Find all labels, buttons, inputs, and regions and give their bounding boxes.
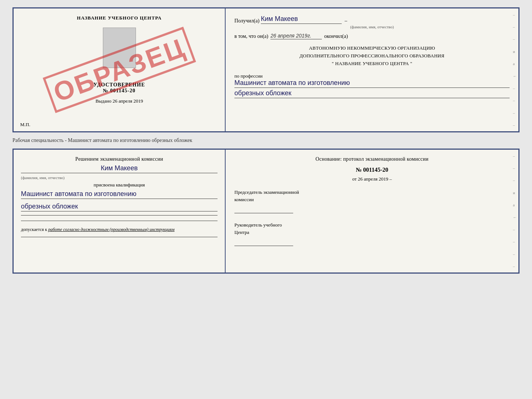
dopuskaetsya-prefix: допускается к [21,227,47,232]
resheniem-text: Решением экзаменационной комиссии [21,156,218,162]
blank-line-3 [21,237,218,237]
ot-date-value: 26 апреля 2019 [358,176,388,182]
vtom-prefix: в том, что он(а) [234,33,268,39]
profession-line1: Машинист автомата по изготовлению [234,79,510,88]
po-professii-label: по профессии [234,73,510,79]
right-sidebar-marks2: – – – и а ← – – – – [513,150,517,272]
poluchil-section: Получил(а) Ким Макеев – (фамилия, имя, о… [234,15,510,29]
ot-prefix: от [352,176,357,182]
right-sidebar-marks: – – – и а ← – – – – [513,8,517,131]
rukovoditel-block: Руководитель учебного Центра [234,221,510,246]
cert-right-panel: Получил(а) Ким Макеев – (фамилия, имя, о… [226,8,518,131]
dopuskaetsya-text: работе согласно должностным (производств… [48,227,175,232]
vtom-row: в том, что он(а) 26 апреля 2019г. окончи… [234,33,510,39]
poluchil-prefix: Получил(а) [234,18,259,24]
org-line1: АВТОНОМНУЮ НЕКОММЕРЧЕСКУЮ ОРГАНИЗАЦИЮ [234,44,510,52]
kvalif-line1: Машинист автомата по изготовлению [21,190,218,199]
exam-right-panel: Основание: протокол экзаменационной коми… [226,150,518,272]
predsedatel-line1: Председатель экзаменационной [234,189,510,196]
rukovoditel-line2: Центра [234,229,510,236]
rukovoditel-line1: Руководитель учебного [234,221,510,229]
udostoverenie-block: УДОСТОВЕРЕНИЕ № 001145-20 [93,82,145,94]
top-certificate: НАЗВАНИЕ УЧЕБНОГО ЦЕНТРА ОБРАЗЕЦ УДОСТОВ… [12,7,520,132]
poluchil-row: Получил(а) Ким Макеев – [234,15,510,24]
recipient-name: Ким Макеев [261,15,342,24]
predsedatel-block: Председатель экзаменационной комиссии [234,189,510,213]
vydano-date: 26 апреля 2019 [112,98,143,104]
document-container: НАЗВАНИЕ УЧЕБНОГО ЦЕНТРА ОБРАЗЕЦ УДОСТОВ… [12,7,520,274]
komissia-name: Ким Макеев [21,164,218,173]
specialty-label: Рабочая специальность - Машинист автомат… [12,136,520,145]
mp-label: М.П. [20,122,30,128]
completed-date: 26 апреля 2019г. [270,33,322,39]
cert-title: НАЗВАНИЕ УЧЕБНОГО ЦЕНТРА [77,15,162,21]
rukovoditel-sign-line [234,237,293,246]
kvalif-line2: обрезных обложек [21,203,218,211]
dash: – [345,18,347,24]
predsedatel-sign-line [234,204,293,213]
ot-dash: – [389,176,392,182]
org-name: " НАЗВАНИЕ УЧЕБНОГО ЦЕНТРА " [234,60,510,68]
predsedatel-line2: комиссии [234,196,510,203]
fio-sublabel: (фамилия, имя, отчество) [234,25,510,29]
bottom-certificate: Решением экзаменационной комиссии Ким Ма… [12,149,520,274]
protocol-number: № 001145-20 [234,167,510,173]
blank-line-1 [21,215,218,215]
udostoverenie-label: УДОСТОВЕРЕНИЕ [93,82,145,88]
protocol-label: № [356,167,362,173]
cert-number: № 001145-20 [93,88,145,94]
exam-left-panel: Решением экзаменационной комиссии Ким Ма… [14,150,226,272]
profession-line2: обрезных обложек [234,89,510,98]
cert-left-panel: НАЗВАНИЕ УЧЕБНОГО ЦЕНТРА ОБРАЗЕЦ УДОСТОВ… [14,8,226,131]
blank-line-2 [21,221,218,221]
komissia-fio-sub: (фамилия, имя, отчество) [21,175,218,180]
vydano-prefix: Выдано [96,98,111,104]
prisvoena-text: присвоена квалификация [21,182,218,188]
photo-placeholder [103,28,136,68]
ot-date-row: от 26 апреля 2019 – [234,176,510,182]
org-block: АВТОНОМНУЮ НЕКОММЕРЧЕСКУЮ ОРГАНИЗАЦИЮ ДО… [234,44,510,67]
org-line2: ДОПОЛНИТЕЛЬНОГО ПРОФЕССИОНАЛЬНОГО ОБРАЗО… [234,52,510,60]
osnovanie-text: Основание: протокол экзаменационной коми… [234,156,510,162]
profession-section: по профессии Машинист автомата по изгото… [234,71,510,98]
okonchil-text: окончил(а) [324,33,348,39]
vydano-line: Выдано 26 апреля 2019 [96,98,143,104]
protocol-num-value: 001145-20 [363,167,388,173]
dopuskaetsya-section: допускается к работе согласно должностны… [21,227,218,232]
